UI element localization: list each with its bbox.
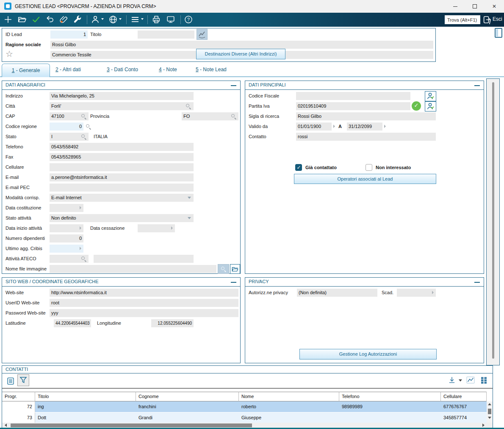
cell-telefono[interactable] bbox=[339, 412, 441, 423]
close-button[interactable]: ✕ bbox=[485, 0, 504, 13]
verifica-codice-fiscale-button[interactable] bbox=[425, 91, 436, 101]
data-cessazione-field[interactable] bbox=[138, 224, 175, 232]
date-caret-icon[interactable] bbox=[171, 226, 173, 230]
scrollbar-thumb[interactable] bbox=[11, 423, 252, 427]
maximize-button[interactable] bbox=[465, 0, 485, 13]
verifica-partita-iva-button[interactable] bbox=[425, 101, 436, 111]
id-lead-field[interactable]: 1 bbox=[50, 31, 88, 39]
cell-cellulare[interactable]: 677676767 bbox=[441, 401, 487, 412]
valido-a-field[interactable]: 31/12/2099 bbox=[347, 123, 382, 131]
exit-button[interactable]: Esci bbox=[493, 16, 502, 22]
cell-progr[interactable]: 73 bbox=[2, 412, 35, 423]
gestione-log-button[interactable]: Gestione Log Autorizzazioni bbox=[299, 349, 437, 359]
attachment-icon[interactable] bbox=[59, 15, 69, 24]
table-vertical-scrollbar[interactable] bbox=[487, 401, 493, 423]
cell-telefono[interactable]: 98989989 bbox=[339, 401, 441, 412]
scroll-left-icon[interactable] bbox=[5, 423, 7, 427]
scroll-down-icon[interactable] bbox=[488, 417, 491, 419]
web-globe-icon[interactable] bbox=[108, 15, 118, 24]
date-caret-icon[interactable] bbox=[384, 125, 386, 128]
date-caret-icon[interactable] bbox=[80, 247, 81, 250]
main-menu-caret-icon[interactable] bbox=[141, 18, 144, 20]
export-caret-icon[interactable] bbox=[459, 379, 462, 382]
gia-contattato-checkbox[interactable] bbox=[295, 164, 302, 171]
ateco-lookup-icon[interactable] bbox=[81, 256, 86, 262]
operatori-associati-button[interactable]: Operatori associati al Lead bbox=[294, 174, 436, 184]
tab-generale[interactable]: 1 - Generale bbox=[2, 64, 50, 77]
immagine-search-button[interactable] bbox=[218, 264, 229, 274]
web-site-field[interactable]: http://www.ntsinformatica.it bbox=[50, 289, 238, 297]
citta-field[interactable]: Forli' bbox=[50, 102, 194, 110]
destinazioni-diverse-button[interactable]: Destinazioni Diverse (Altri Indirizzi) bbox=[196, 49, 285, 59]
autorizzazione-privacy-field[interactable]: (Non definita) bbox=[297, 289, 377, 297]
open-folder-icon[interactable] bbox=[17, 15, 27, 24]
statistics-button[interactable] bbox=[197, 29, 208, 40]
column-header-telefono[interactable]: Telefono bbox=[339, 392, 441, 401]
data-costituzione-field[interactable] bbox=[50, 204, 83, 212]
non-interessato-checkbox[interactable] bbox=[366, 164, 372, 171]
scrollbar-thumb[interactable] bbox=[492, 82, 494, 359]
user-menu-caret-icon[interactable] bbox=[101, 18, 104, 20]
date-caret-icon[interactable] bbox=[333, 125, 335, 128]
help-icon[interactable]: ? bbox=[184, 15, 193, 24]
cell-nome[interactable]: Giuseppe bbox=[239, 412, 339, 423]
export-download-icon[interactable] bbox=[448, 376, 456, 384]
data-inizio-field[interactable] bbox=[50, 224, 83, 232]
cell-progr[interactable]: 72 bbox=[2, 401, 35, 412]
scadenza-field[interactable] bbox=[397, 289, 436, 297]
nome-file-immagine-field[interactable] bbox=[50, 265, 216, 273]
attivita-ateco-descrizione-field[interactable] bbox=[94, 255, 194, 263]
search-input[interactable] bbox=[445, 15, 480, 24]
tab-dati-conto[interactable]: 3 - Dati Conto bbox=[107, 67, 138, 72]
password-web-site-field[interactable]: yyy bbox=[50, 309, 238, 317]
sigla-ricerca-field[interactable]: Rossi Gilbo bbox=[296, 112, 436, 120]
scroll-right-icon[interactable] bbox=[482, 423, 485, 427]
email-pec-field[interactable] bbox=[50, 184, 194, 192]
numero-dipendenti-field[interactable]: 0 bbox=[50, 234, 83, 242]
indirizzo-field[interactable]: Via Michelangelo, 25 bbox=[50, 92, 194, 100]
modalita-corrisp-combo[interactable]: E-mail Internet bbox=[50, 194, 194, 202]
valido-da-field[interactable]: 01/01/1900 bbox=[296, 123, 332, 131]
tab-note[interactable]: 4 - Note bbox=[159, 67, 177, 72]
provincia-field[interactable]: FO bbox=[182, 112, 238, 120]
grid-chart-icon[interactable] bbox=[466, 376, 475, 384]
latitudine-field[interactable]: 44.220645544403 bbox=[54, 319, 91, 327]
cellulare-field[interactable] bbox=[50, 163, 194, 171]
undo-icon[interactable] bbox=[45, 15, 55, 24]
page-vertical-scrollbar[interactable] bbox=[486, 78, 500, 365]
codice-fiscale-field[interactable] bbox=[296, 92, 410, 100]
partita-iva-field[interactable]: 02019510409 bbox=[296, 102, 410, 110]
stato-lookup-icon[interactable] bbox=[81, 134, 86, 139]
panel-toggle-icon[interactable] bbox=[495, 28, 502, 38]
exit-icon[interactable] bbox=[483, 15, 492, 24]
column-header-cognome[interactable]: Cognome bbox=[136, 392, 239, 401]
tab-note-lead[interactable]: 5 - Note Lead bbox=[196, 67, 227, 72]
ragione-sociale-field[interactable]: Rossi Gilbo bbox=[50, 41, 433, 49]
collapse-icon[interactable] bbox=[231, 85, 236, 86]
confirm-check-icon[interactable] bbox=[31, 15, 41, 24]
titolo-field[interactable] bbox=[138, 31, 194, 39]
scrollbar-thumb[interactable] bbox=[488, 409, 491, 414]
immagine-folder-button[interactable] bbox=[230, 264, 240, 274]
grid-layout-icon[interactable] bbox=[480, 376, 488, 384]
telefono-field[interactable]: 0543/558492 bbox=[50, 143, 194, 151]
minimize-button[interactable] bbox=[446, 0, 465, 13]
codice-regione-field[interactable]: 0 bbox=[50, 123, 83, 131]
user-menu-icon[interactable] bbox=[91, 15, 100, 24]
combo-caret-icon[interactable] bbox=[188, 217, 191, 219]
cell-cellulare[interactable]: 345857774 bbox=[441, 412, 487, 423]
citta-lookup-icon[interactable] bbox=[186, 103, 191, 109]
column-header-nome[interactable]: Nome bbox=[239, 392, 339, 401]
fax-field[interactable]: 0543/5528965 bbox=[50, 153, 194, 161]
provincia-lookup-icon[interactable] bbox=[231, 114, 236, 119]
ultimo-agg-cribis-field[interactable] bbox=[50, 245, 83, 253]
web-menu-caret-icon[interactable] bbox=[119, 18, 122, 20]
main-menu-icon[interactable] bbox=[130, 15, 140, 24]
scroll-up-icon[interactable] bbox=[488, 403, 491, 405]
combo-caret-icon[interactable] bbox=[188, 197, 191, 199]
cell-titolo[interactable]: Dott bbox=[35, 412, 136, 423]
collapse-icon[interactable] bbox=[474, 282, 480, 283]
cell-cognome[interactable]: Grandi bbox=[136, 412, 239, 423]
remote-desktop-icon[interactable] bbox=[166, 15, 175, 24]
email-field[interactable]: a.perone@ntsinformatica.it bbox=[50, 173, 194, 181]
